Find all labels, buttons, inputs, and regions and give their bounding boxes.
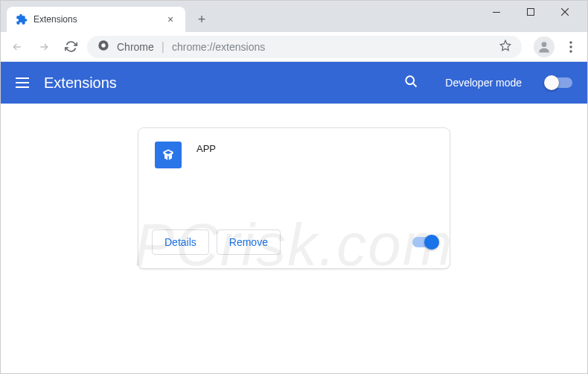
- close-window-button[interactable]: [548, 0, 582, 24]
- browser-tab[interactable]: Extensions ×: [7, 7, 185, 32]
- svg-rect-0: [493, 12, 500, 13]
- svg-point-6: [569, 45, 572, 48]
- extension-card-top: APP: [152, 142, 436, 229]
- extensions-header: Extensions Developer mode: [1, 62, 587, 104]
- toolbar: Chrome | chrome://extensions: [1, 32, 587, 62]
- svg-point-4: [542, 42, 547, 47]
- reload-button[interactable]: [60, 37, 81, 57]
- tab-title: Extensions: [33, 14, 159, 25]
- url-scheme-label: Chrome: [117, 41, 154, 53]
- extension-card-actions: Details Remove: [152, 229, 436, 255]
- maximize-button[interactable]: [514, 0, 548, 24]
- chrome-logo-icon: [98, 39, 109, 54]
- profile-avatar[interactable]: [534, 37, 555, 57]
- svg-point-5: [569, 41, 572, 43]
- developer-mode-label: Developer mode: [445, 77, 522, 89]
- hamburger-menu-icon[interactable]: [16, 77, 29, 88]
- window-controls: [479, 0, 588, 9]
- extension-enable-toggle[interactable]: [412, 237, 436, 247]
- browser-window: Extensions × + Chrome | chrome://extensi…: [0, 0, 588, 374]
- address-bar[interactable]: Chrome | chrome://extensions: [87, 36, 522, 58]
- url-text: chrome://extensions: [172, 41, 492, 53]
- close-tab-icon[interactable]: ×: [164, 13, 176, 25]
- new-tab-button[interactable]: +: [191, 9, 212, 30]
- url-divider: |: [162, 40, 164, 54]
- forward-button[interactable]: [33, 37, 54, 57]
- extension-app-icon: [155, 142, 182, 168]
- svg-point-7: [569, 50, 572, 52]
- minimize-button[interactable]: [479, 0, 514, 24]
- search-icon[interactable]: [403, 74, 418, 92]
- page-title: Extensions: [44, 75, 389, 92]
- svg-point-3: [101, 43, 105, 47]
- extension-name: APP: [196, 143, 216, 229]
- remove-button[interactable]: Remove: [217, 229, 281, 255]
- kebab-menu-icon[interactable]: [560, 37, 581, 57]
- extension-card: APP Details Remove: [138, 127, 450, 269]
- svg-rect-1: [528, 9, 534, 16]
- svg-point-8: [406, 76, 415, 84]
- developer-mode-toggle[interactable]: [546, 77, 572, 88]
- back-button[interactable]: [7, 37, 28, 57]
- details-button[interactable]: Details: [152, 229, 209, 255]
- puzzle-icon: [16, 13, 28, 25]
- content-area: PCrisk.com APP Details Remove: [1, 104, 587, 373]
- bookmark-star-icon[interactable]: [499, 39, 511, 54]
